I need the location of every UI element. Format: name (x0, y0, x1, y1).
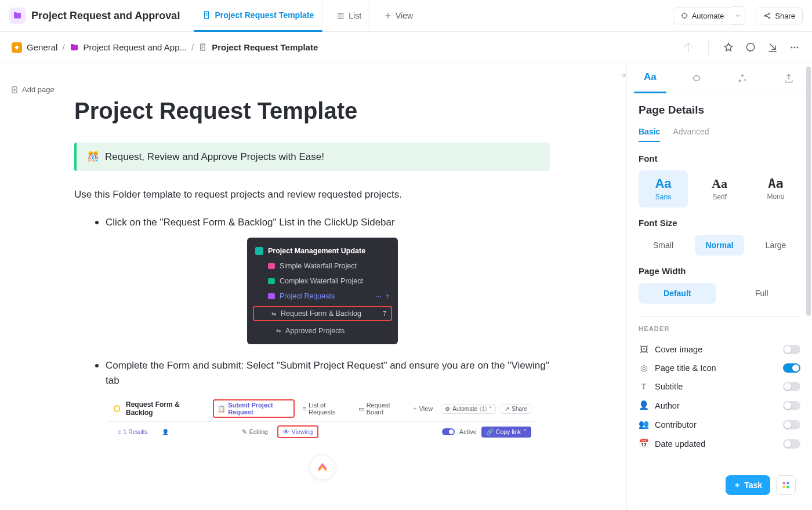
embedded-image-toolbar: Request Form & Backlog 📋Submit Project R… (108, 396, 537, 442)
scrollbar-thumb[interactable] (806, 67, 811, 316)
folder-icon (268, 263, 275, 269)
toggle-author[interactable]: 👤 Author (639, 396, 800, 415)
page-title[interactable]: Project Request Template (74, 98, 550, 124)
svg-point-5 (746, 43, 754, 50)
title-icon: ◎ (639, 363, 649, 373)
intro-paragraph[interactable]: Use this Folder template to request proj… (74, 187, 550, 202)
bullet-2[interactable]: Complete the Form and submit: Select "Su… (95, 358, 550, 388)
toggle-icon (442, 428, 455, 435)
svg-point-7 (794, 46, 796, 48)
shot2-user: 👤 (158, 427, 173, 437)
comment-icon[interactable] (745, 42, 756, 53)
breadcrumb-general[interactable]: General (27, 42, 57, 52)
automate-button[interactable]: Automate (673, 8, 731, 24)
rp-tab-export[interactable] (773, 63, 805, 93)
page-details-panel: Aa Page Details Basic Advanced Font Aa S… (626, 63, 812, 510)
space-title: Project Request and Approval (31, 10, 180, 22)
font-serif[interactable]: Aa Serif (695, 170, 744, 207)
toggle-label: Page title & Icon (655, 363, 716, 373)
automate-dropdown[interactable] (731, 6, 745, 25)
download-icon[interactable] (767, 42, 778, 53)
tab-project-request-template[interactable]: Project Request Template (194, 0, 322, 32)
switch[interactable] (783, 439, 800, 449)
space-icon (255, 247, 263, 255)
svg-point-2 (769, 13, 770, 14)
collapse-panel-icon[interactable] (619, 71, 627, 79)
shot-row: Project Requests (280, 292, 335, 300)
breadcrumb-folder[interactable]: Project Request and App... (84, 42, 187, 52)
separator: / (191, 42, 194, 52)
shot2-editing: ✎ Editing (237, 427, 273, 437)
add-page-button[interactable]: Add page (10, 85, 55, 94)
rp-tab-typography[interactable]: Aa (634, 63, 666, 93)
toggle-contributor[interactable]: 👥 Contributor (639, 415, 800, 434)
folder-icon (70, 43, 79, 52)
embedded-image-sidebar: Project Management Update Simple Waterfa… (247, 238, 398, 344)
svg-point-3 (769, 17, 770, 18)
rp-tab-stars[interactable] (726, 63, 759, 93)
size-small[interactable]: Small (639, 235, 688, 256)
subtab-basic[interactable]: Basic (639, 127, 660, 142)
font-sans[interactable]: Aa Sans (639, 170, 688, 207)
callout-text: Request, Review and Approve Projects wit… (105, 151, 324, 163)
divider (708, 40, 709, 55)
svg-point-8 (797, 46, 799, 48)
size-normal[interactable]: Normal (695, 235, 744, 256)
breadcrumb-bar: General / Project Request and App... / P… (0, 32, 812, 63)
svg-rect-0 (682, 13, 687, 18)
status-icon (114, 405, 120, 412)
people-icon: 👥 (639, 420, 649, 429)
rp-tab-ai[interactable] (680, 63, 713, 93)
toggle-subtitle[interactable]: T Subtitle (639, 377, 800, 396)
tab-label: Project Request Template (215, 10, 314, 20)
more-icon: ··· + (375, 292, 390, 300)
switch[interactable] (783, 345, 800, 354)
toggle-label: Subtitle (655, 382, 683, 391)
bullet-text: Complete the Form and submit: Select "Su… (106, 358, 550, 388)
callout-block[interactable]: 🎊 Request, Review and Approve Projects w… (74, 143, 550, 171)
list-icon: ⇆ (271, 311, 276, 317)
top-tabbar: Project Request and Approval Project Req… (0, 0, 812, 32)
page-details-title: Page Details (639, 104, 800, 116)
star-icon[interactable] (723, 42, 734, 53)
switch[interactable] (783, 420, 800, 429)
shot-row: Simple Waterfall Project (280, 262, 357, 270)
header-section-label: HEADER (639, 325, 800, 332)
font-mono[interactable]: Aa Mono (751, 170, 800, 207)
bullet-1[interactable]: Click on the "Request Form & Backlog" Li… (95, 215, 550, 230)
share-label: Share (775, 12, 795, 20)
more-icon[interactable] (789, 42, 800, 53)
shot-row: Approved Projects (285, 327, 345, 335)
switch[interactable] (783, 382, 800, 391)
shot-row: Complex Waterfall Project (280, 277, 363, 285)
size-large[interactable]: Large (751, 235, 800, 256)
toggle-cover-image[interactable]: 🖼 Cover image (639, 340, 800, 359)
tab-add-view[interactable]: View (376, 0, 421, 32)
width-default[interactable]: Default (639, 283, 716, 304)
width-full[interactable]: Full (723, 283, 801, 304)
switch[interactable] (783, 363, 800, 373)
folder-icon (268, 293, 275, 299)
shot2-title: Request Form & Backlog (126, 400, 198, 417)
subtab-advanced[interactable]: Advanced (673, 127, 709, 142)
tab-list[interactable]: List (328, 0, 370, 32)
apps-button[interactable] (776, 475, 796, 495)
switch[interactable] (783, 401, 800, 410)
tag-icon[interactable] (683, 42, 694, 53)
toggle-date-updated[interactable]: 📅 Date updated (639, 434, 800, 453)
text-icon: T (639, 382, 649, 391)
toggle-label: Author (655, 401, 680, 410)
calendar-icon: 📅 (639, 439, 649, 449)
share-button[interactable]: Share (756, 8, 803, 24)
emoji-icon: 🎊 (87, 151, 99, 163)
separator: / (62, 42, 64, 52)
shot2-tab-view: +View (411, 404, 435, 413)
space-badge-icon (12, 42, 22, 53)
new-task-button[interactable]: Task (726, 475, 770, 495)
shot2-tab-list: ≡List of Requests (300, 400, 350, 417)
bullet-dot-icon (95, 364, 99, 367)
shot2-viewing: 👁 Viewing (277, 425, 319, 438)
list-icon: ⇆ (276, 328, 281, 334)
toggle-title-icon[interactable]: ◎ Page title & Icon (639, 359, 800, 377)
clickup-logo-icon (310, 454, 335, 480)
